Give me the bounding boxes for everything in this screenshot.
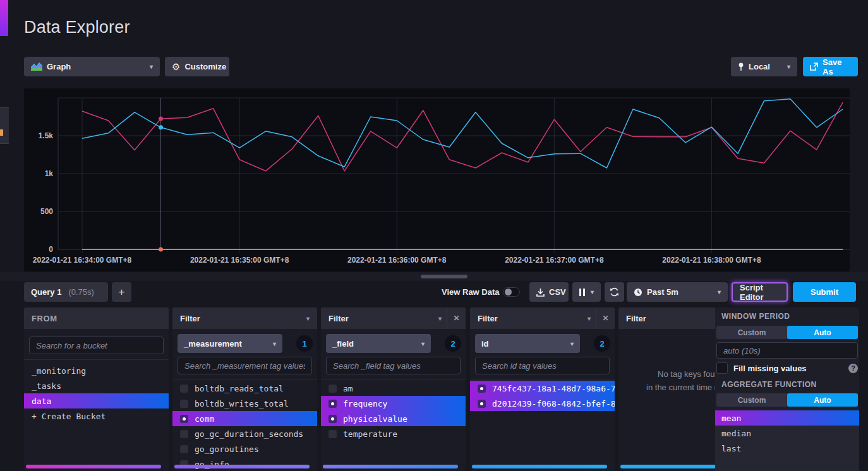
tag-key-select-id[interactable]: id ▾: [475, 334, 580, 353]
window-custom-option[interactable]: Custom: [716, 326, 787, 339]
view-raw-data-toggle[interactable]: [503, 287, 520, 297]
filter-title: Filter: [180, 314, 200, 323]
list-item[interactable]: 745fc437-18a1-48d7-98a6-7…: [470, 381, 615, 396]
filter-title: Filter: [329, 314, 349, 323]
filter-header: Filter ▾ ✕: [321, 307, 466, 329]
list-item[interactable]: temperature: [321, 426, 466, 441]
h-scrollbar[interactable]: [323, 465, 458, 468]
measurement-search-input[interactable]: [178, 357, 312, 374]
list-item[interactable]: median: [715, 426, 859, 441]
list-item-label: median: [721, 429, 751, 438]
list-item-label: boltdb_reads_total: [195, 384, 284, 393]
chevron-down-icon: ▾: [273, 340, 276, 347]
checkbox[interactable]: [329, 415, 337, 423]
window-auto-option[interactable]: Auto: [787, 326, 858, 339]
data-explorer-app: Data Explorer Graph ▾ ⚙ Customize Local …: [0, 0, 868, 471]
list-item[interactable]: go_goroutines: [172, 441, 317, 456]
resize-handle[interactable]: [421, 275, 467, 278]
time-series-chart[interactable]: 05001k1.5k2022-01-21 16:34:00 GMT+82022-…: [24, 88, 850, 271]
refresh-button[interactable]: [605, 282, 624, 302]
view-type-label: Graph: [47, 62, 71, 71]
list-item[interactable]: boltdb_reads_total: [172, 381, 317, 396]
list-item[interactable]: frequency: [321, 396, 466, 411]
window-period-input[interactable]: [716, 342, 858, 359]
id-list: 745fc437-18a1-48d7-98a6-7…d2012439-f068-…: [470, 381, 615, 411]
checkbox[interactable]: [180, 385, 188, 393]
time-range-dropdown[interactable]: Past 5m ▾: [627, 282, 728, 302]
list-item[interactable]: d2012439-f068-4842-bfef-8…: [470, 396, 615, 411]
list-item[interactable]: am: [321, 381, 466, 396]
save-as-label: Save As: [823, 57, 851, 76]
pause-icon: [579, 289, 585, 296]
list-item-label: temperature: [343, 429, 397, 439]
id-search-input[interactable]: [475, 357, 610, 374]
list-item[interactable]: _monitoring: [24, 363, 169, 378]
chevron-down-icon[interactable]: ▾: [306, 315, 310, 322]
graph-icon: [31, 63, 42, 71]
checkbox[interactable]: [180, 430, 188, 438]
checkbox[interactable]: [478, 400, 486, 408]
list-item-label: frequency: [343, 399, 387, 408]
checkbox[interactable]: [180, 445, 188, 453]
csv-download-button[interactable]: CSV: [529, 282, 569, 302]
svg-text:1k: 1k: [45, 169, 54, 178]
list-item[interactable]: mean: [715, 410, 859, 426]
filter-header: Filter ▾ ✕: [470, 307, 615, 329]
pause-button[interactable]: ▾: [572, 282, 601, 302]
checkbox[interactable]: [329, 385, 337, 393]
list-item[interactable]: + Create Bucket: [24, 408, 169, 424]
local-dropdown[interactable]: Local ▾: [731, 57, 797, 76]
tag-key-label: id: [481, 339, 489, 349]
selected-count-badge: 2: [445, 335, 461, 352]
list-item[interactable]: data: [24, 393, 169, 408]
left-edge-panel: [0, 107, 9, 144]
bucket-search-input[interactable]: [29, 337, 164, 354]
list-item[interactable]: last: [715, 441, 859, 456]
aggregate-custom-option[interactable]: Custom: [716, 393, 787, 407]
tag-key-select-measurement[interactable]: _measurement ▾: [178, 334, 282, 353]
h-scrollbar[interactable]: [174, 465, 310, 468]
list-item[interactable]: comm: [172, 411, 317, 426]
query-tab[interactable]: Query 1 (0.75s): [24, 282, 108, 302]
list-item[interactable]: boltdb_writes_total: [172, 396, 317, 411]
close-icon[interactable]: ✕: [447, 307, 466, 329]
checkbox[interactable]: [329, 430, 337, 438]
checkbox[interactable]: [478, 385, 486, 393]
aggregate-auto-option[interactable]: Auto: [787, 393, 858, 407]
save-as-button[interactable]: Save As: [803, 57, 858, 76]
gear-icon: ⚙: [172, 61, 180, 73]
bucket-list: _monitoring_tasksdata+ Create Bucket: [24, 363, 169, 424]
download-icon: [536, 288, 545, 297]
list-item[interactable]: go_info: [172, 456, 317, 471]
chevron-down-icon: ▾: [591, 289, 594, 295]
help-icon[interactable]: ?: [848, 364, 858, 373]
checkbox[interactable]: [180, 415, 188, 423]
add-query-button[interactable]: +: [112, 282, 131, 302]
query-options-panel: WINDOW PERIOD Custom Auto Fill missing v…: [715, 307, 859, 471]
fill-missing-checkbox[interactable]: [716, 362, 728, 374]
list-item[interactable]: physicalvalue: [321, 411, 466, 426]
list-item-label: d2012439-f068-4842-bfef-8…: [492, 399, 615, 408]
chevron-down-icon[interactable]: ▾: [588, 315, 591, 322]
tag-key-select-field[interactable]: _field ▾: [326, 334, 431, 353]
chevron-down-icon[interactable]: ▾: [438, 315, 442, 322]
filter-panel-id: Filter ▾ ✕ id ▾ 2 745fc437-18a1-48d7-98a…: [470, 307, 615, 471]
customize-button[interactable]: ⚙ Customize: [165, 57, 229, 76]
list-item-label: am: [343, 384, 353, 393]
field-search-input[interactable]: [326, 357, 461, 374]
checkbox[interactable]: [329, 400, 337, 408]
h-scrollbar[interactable]: [26, 465, 161, 468]
window-period-title: WINDOW PERIOD: [721, 312, 790, 321]
submit-button[interactable]: Submit: [793, 282, 856, 302]
divider: [172, 379, 317, 379]
checkbox[interactable]: [180, 400, 188, 408]
list-item[interactable]: go_gc_duration_seconds: [172, 426, 317, 441]
script-editor-button[interactable]: Script Editor: [732, 282, 788, 302]
aggregate-mode-toggle: Custom Auto: [716, 393, 858, 407]
close-icon[interactable]: ✕: [596, 307, 615, 329]
list-item-label: physicalvalue: [343, 414, 407, 424]
h-scrollbar[interactable]: [472, 465, 607, 468]
svg-text:2022-01-21 16:36:00 GMT+8: 2022-01-21 16:36:00 GMT+8: [347, 256, 447, 265]
view-type-dropdown[interactable]: Graph ▾: [24, 57, 160, 76]
list-item[interactable]: _tasks: [24, 378, 169, 393]
